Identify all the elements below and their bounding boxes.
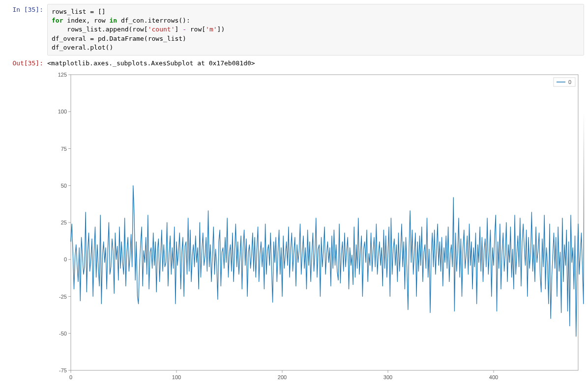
input-cell: In [35]: rows_list = [] for index, row i…: [4, 4, 584, 56]
svg-text:0: 0: [568, 79, 571, 85]
svg-rect-0: [71, 75, 578, 370]
svg-text:-50: -50: [59, 331, 67, 336]
line-chart: -75-50-25025507510012501002003004000: [47, 70, 584, 384]
output-prompt: Out[35]:: [4, 57, 47, 67]
svg-text:400: 400: [489, 374, 498, 380]
svg-text:25: 25: [61, 220, 67, 225]
svg-text:300: 300: [383, 374, 392, 380]
input-prompt: In [35]:: [4, 4, 47, 13]
svg-text:0: 0: [64, 256, 67, 262]
code-input[interactable]: rows_list = [] for index, row in df_con.…: [47, 4, 584, 56]
output-text: <matplotlib.axes._subplots.AxesSubplot a…: [47, 57, 584, 67]
svg-text:-75: -75: [59, 367, 67, 373]
svg-text:-25: -25: [59, 293, 67, 299]
output-cell: Out[35]: <matplotlib.axes._subplots.Axes…: [4, 57, 584, 67]
svg-text:200: 200: [278, 374, 287, 380]
svg-text:125: 125: [58, 72, 67, 78]
svg-text:75: 75: [61, 145, 67, 151]
svg-text:50: 50: [61, 183, 67, 189]
chart-output: -75-50-25025507510012501002003004000: [47, 70, 584, 384]
svg-text:100: 100: [172, 374, 181, 380]
svg-text:100: 100: [58, 109, 67, 114]
svg-text:0: 0: [69, 374, 72, 380]
